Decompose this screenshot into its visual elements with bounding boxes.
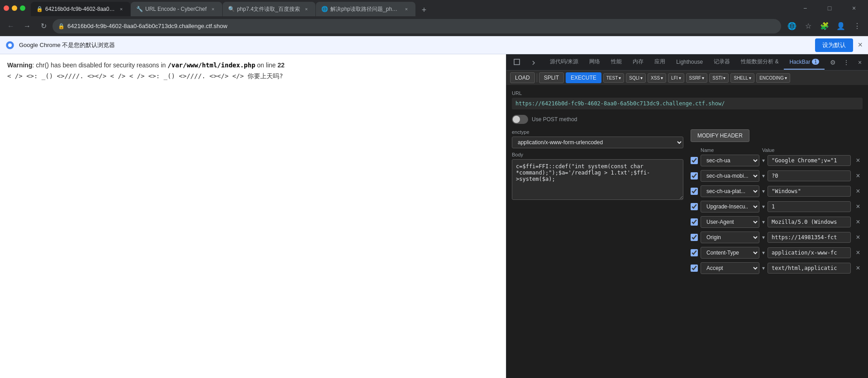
extensions-btn[interactable]: 🧩 — [817, 19, 832, 33]
bookmark-btn[interactable]: ☆ — [801, 19, 816, 33]
tab-close-1[interactable]: × — [118, 5, 125, 13]
devtools-tab-recorder[interactable]: 记录器 — [708, 55, 735, 70]
header-delete-4[interactable]: × — [854, 218, 863, 226]
enctype-select[interactable]: application/x-www-form-urlencoded — [512, 137, 683, 148]
header-delete-6[interactable]: × — [854, 249, 863, 257]
browser-tab-3[interactable]: 🔍 php7.4文件读取_百度搜索 × — [223, 2, 315, 16]
header-checkbox-0[interactable] — [691, 157, 698, 164]
header-name-select-2[interactable]: sec-ch-ua-plat... — [701, 185, 759, 197]
tab-title-4: 解决php读取路径问题_php7.4... — [330, 5, 400, 13]
header-value-input-1[interactable] — [768, 170, 851, 181]
hackbar-encoding-dropdown[interactable]: ENCODING▾ — [756, 73, 790, 83]
hackbar-test-dropdown[interactable]: TEST▾ — [603, 73, 625, 83]
menu-btn[interactable]: ⋮ — [850, 19, 864, 33]
devtools-tab-application[interactable]: 应用 — [649, 55, 671, 70]
header-checkbox-3[interactable] — [691, 203, 698, 210]
hackbar-ssrf-dropdown[interactable]: SSRF▾ — [686, 73, 708, 83]
header-value-input-5[interactable] — [768, 232, 851, 243]
hackbar-shell-dropdown[interactable]: SHELL▾ — [730, 73, 754, 83]
tab-close-4[interactable]: × — [403, 5, 410, 13]
devtools-tab-network[interactable]: 网络 — [584, 55, 606, 70]
recorder-tab-label: 记录器 — [714, 58, 730, 66]
body-textarea[interactable] — [512, 159, 683, 200]
translate-btn[interactable]: 🌐 — [785, 19, 799, 33]
header-delete-0[interactable]: × — [854, 156, 863, 165]
hackbar-body: LOAD SPLIT EXECUTE TEST▾ SQLI▾ XSS▾ LFI▾… — [506, 71, 868, 378]
header-checkbox-4[interactable] — [691, 218, 698, 226]
close-window-btn[interactable] — [4, 5, 9, 11]
header-name-select-4[interactable]: User-Agent — [701, 216, 759, 228]
header-delete-1[interactable]: × — [854, 172, 863, 180]
header-row-6: Content-Type▾× — [691, 247, 863, 259]
header-delete-7[interactable]: × — [854, 264, 863, 272]
hackbar-xss-dropdown[interactable]: XSS▾ — [648, 73, 666, 83]
perfdata-tab-label: 性能数据分析 & — [741, 58, 778, 66]
hackbar-main: URL https://64216b0d-fc9b-4602-8aa0-6a5b… — [506, 85, 868, 378]
refresh-btn[interactable]: ↻ — [36, 19, 51, 33]
header-name-select-0[interactable]: sec-ch-ua — [701, 155, 759, 166]
set-default-btn[interactable]: 设为默认 — [815, 38, 853, 52]
warning-text-end: on line — [255, 61, 277, 69]
devtools-settings-btn[interactable]: ⚙ — [826, 56, 839, 69]
browser-tab-1[interactable]: 🔒 64216b0d-fc9b-4602-8aa0-... × — [31, 2, 130, 16]
header-row-5: Origin▾× — [691, 232, 863, 243]
header-checkbox-6[interactable] — [691, 249, 698, 256]
header-name-select-7[interactable]: Accept — [701, 262, 759, 274]
tab-close-2[interactable]: × — [210, 5, 217, 13]
header-checkbox-1[interactable] — [691, 172, 698, 180]
header-arrow-6: ▾ — [762, 250, 765, 256]
devtools-tab-console[interactable] — [526, 55, 544, 70]
modify-header-btn[interactable]: MODIFY HEADER — [691, 129, 749, 142]
profile-btn[interactable]: 👤 — [834, 19, 848, 33]
header-checkbox-2[interactable] — [691, 188, 698, 195]
svg-point-1 — [8, 43, 12, 47]
use-post-toggle[interactable] — [512, 115, 528, 124]
close-btn[interactable]: × — [844, 1, 864, 15]
hackbar-lfi-dropdown[interactable]: LFI▾ — [668, 73, 684, 83]
header-name-select-3[interactable]: Upgrade-Insecu... — [701, 201, 759, 213]
header-delete-3[interactable]: × — [854, 203, 863, 211]
header-value-input-7[interactable] — [768, 263, 851, 274]
header-value-input-0[interactable] — [768, 155, 851, 166]
header-value-input-6[interactable] — [768, 247, 851, 258]
new-tab-btn[interactable]: + — [418, 4, 430, 16]
minimize-btn[interactable]: − — [795, 1, 816, 15]
minimize-window-btn[interactable] — [12, 5, 17, 11]
info-bar-close-btn[interactable]: × — [858, 40, 863, 50]
header-arrow-4: ▾ — [762, 219, 765, 225]
devtools-tab-lighthouse[interactable]: Lighthouse — [671, 55, 708, 70]
forward-btn[interactable]: → — [20, 19, 34, 33]
devtools-tab-perfdata[interactable]: 性能数据分析 & — [735, 55, 784, 70]
header-name-select-6[interactable]: Content-Type — [701, 247, 759, 259]
header-checkbox-5[interactable] — [691, 234, 698, 241]
devtools-tab-performance[interactable]: 性能 — [606, 55, 627, 70]
header-delete-2[interactable]: × — [854, 187, 863, 195]
devtools-close-btn[interactable]: × — [854, 56, 866, 69]
devtools-tab-elements[interactable] — [508, 55, 526, 70]
devtools-tab-hackbar[interactable]: HackBar 1 — [784, 55, 825, 70]
address-bar[interactable]: 🔒 64216b0d-fc9b-4602-8aa0-6a5b0c713dc9.c… — [52, 19, 781, 33]
hackbar-execute-btn[interactable]: EXECUTE — [566, 72, 601, 83]
hackbar-split-btn[interactable]: SPLIT — [539, 72, 564, 83]
tab-close-3[interactable]: × — [303, 5, 310, 13]
header-name-select-1[interactable]: sec-ch-ua-mobi... — [701, 170, 759, 182]
maximize-btn[interactable]: □ — [819, 1, 840, 15]
header-name-select-5[interactable]: Origin — [701, 232, 759, 243]
header-value-input-2[interactable] — [768, 186, 851, 197]
devtools-tab-memory[interactable]: 内存 — [627, 55, 649, 70]
maximize-window-btn[interactable] — [20, 5, 25, 11]
back-btn[interactable]: ← — [4, 19, 18, 33]
browser-tab-2[interactable]: 🔧 URL Encode - CyberChef × — [131, 2, 222, 16]
hackbar-load-btn[interactable]: LOAD — [510, 72, 535, 83]
header-value-input-3[interactable] — [768, 201, 851, 212]
hackbar-sqli-dropdown[interactable]: SQLI▾ — [626, 73, 646, 83]
header-row-0: sec-ch-ua▾× — [691, 155, 863, 166]
header-value-input-4[interactable] — [768, 217, 851, 227]
header-delete-5[interactable]: × — [854, 233, 863, 241]
header-checkbox-7[interactable] — [691, 265, 698, 272]
devtools-tab-sources[interactable]: 源代码/来源 — [544, 55, 584, 70]
hackbar-url-display[interactable]: https://64216b0d-fc9b-4602-8aa0-6a5b0c71… — [512, 98, 863, 109]
browser-tab-4[interactable]: 🌐 解决php读取路径问题_php7.4... × — [316, 2, 415, 16]
hackbar-ssti-dropdown[interactable]: SSTI▾ — [709, 73, 729, 83]
devtools-more-btn[interactable]: ⋮ — [840, 56, 853, 69]
